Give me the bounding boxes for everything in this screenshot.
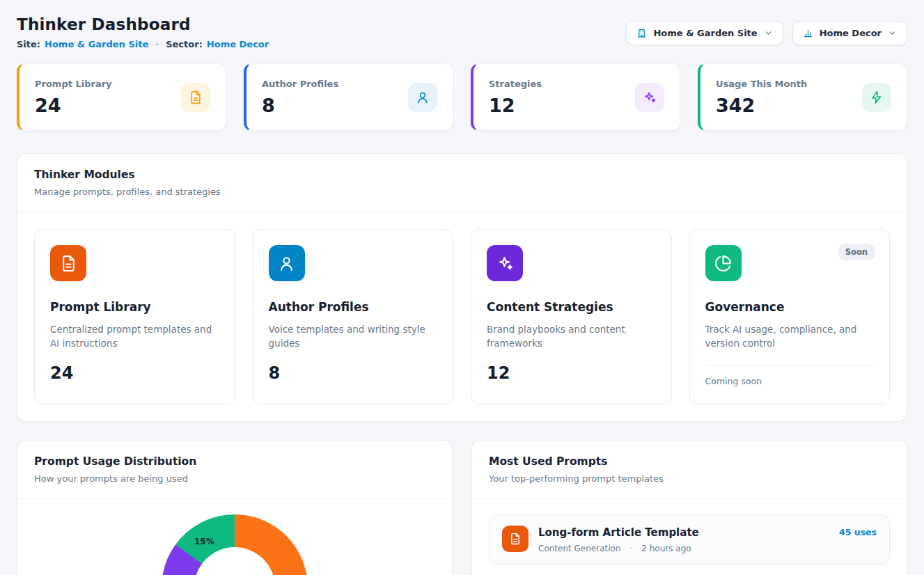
modules-title: Thinker Modules — [34, 168, 890, 181]
sector-selector-dropdown[interactable]: Home Decor — [792, 21, 907, 45]
stat-card-strategies: Strategies 12 — [471, 63, 680, 131]
module-title: Author Profiles — [269, 300, 438, 314]
prompt-subtitle: Content Generation · 2 hours ago — [538, 544, 699, 553]
building-icon — [636, 28, 647, 38]
site-label: Site: — [17, 39, 40, 49]
site-link[interactable]: Home & Garden Site — [45, 39, 148, 49]
module-count: 12 — [487, 363, 656, 383]
document-icon — [50, 245, 86, 281]
sector-selector-label: Home Decor — [820, 28, 882, 38]
stat-label: Strategies — [489, 79, 542, 89]
thinker-modules-section: Thinker Modules Manage prompts, profiles… — [17, 153, 907, 422]
separator-dot: · — [629, 544, 632, 553]
module-title: Governance — [705, 300, 875, 314]
module-card-author-profiles[interactable]: Author Profiles Voice templates and writ… — [253, 229, 454, 404]
module-card-governance[interactable]: Soon Governance Track AI usage, complian… — [689, 229, 891, 404]
prompt-meta: Long-form Article Template Content Gener… — [538, 526, 699, 553]
module-title: Prompt Library — [50, 300, 219, 314]
module-card-content-strategies[interactable]: Content Strategies Brand playbooks and c… — [471, 229, 672, 404]
user-icon — [408, 83, 437, 112]
most-used-subtitle: Your top-performing prompt templates — [489, 473, 890, 484]
stat-info: Usage This Month 342 — [716, 79, 807, 116]
prompt-time: 2 hours ago — [641, 544, 691, 553]
stat-card-author-profiles: Author Profiles 8 — [244, 63, 453, 131]
modules-subtitle: Manage prompts, profiles, and strategies — [34, 187, 890, 197]
sector-label: Sector: — [166, 39, 203, 49]
module-description: Track AI usage, compliance, and version … — [705, 322, 875, 351]
pie-chart-icon — [705, 245, 742, 281]
coming-soon-text: Coming soon — [705, 376, 875, 386]
chart-area: 15% — [17, 514, 452, 575]
breadcrumb: Site: Home & Garden Site · Sector: Home … — [17, 39, 269, 49]
stat-value: 8 — [262, 95, 338, 116]
modules-grid: Prompt Library Centralized prompt templa… — [17, 212, 907, 421]
document-icon — [502, 526, 528, 552]
module-description: Voice templates and writing style guides — [269, 322, 438, 351]
uses-badge: 45 uses — [839, 527, 877, 553]
document-icon — [181, 83, 210, 112]
list-item[interactable]: Long-form Article Template Content Gener… — [489, 514, 890, 565]
most-used-title: Most Used Prompts — [489, 455, 890, 468]
prompt-title: Long-form Article Template — [538, 526, 699, 539]
stat-info: Author Profiles 8 — [262, 79, 338, 116]
stats-row: Prompt Library 24 Author Profiles 8 Stra… — [17, 63, 907, 131]
sparkle-icon — [635, 83, 664, 112]
chevron-down-icon — [764, 29, 773, 38]
sector-link[interactable]: Home Decor — [207, 39, 269, 49]
bottom-row: Prompt Usage Distribution How your promp… — [17, 440, 907, 575]
donut-chart[interactable]: 15% — [162, 514, 308, 575]
page-title: Thinker Dashboard — [17, 15, 269, 33]
stat-info: Prompt Library 24 — [35, 79, 112, 116]
stat-label: Prompt Library — [35, 79, 112, 89]
usage-chart-subtitle: How your prompts are being used — [34, 473, 435, 484]
stat-card-usage: Usage This Month 342 — [698, 63, 907, 131]
divider — [705, 365, 875, 365]
dashboard-page: Thinker Dashboard Site: Home & Garden Si… — [0, 0, 924, 575]
header-controls: Home & Garden Site Home Decor — [626, 21, 907, 45]
prompt-usage-card: Prompt Usage Distribution How your promp… — [17, 440, 453, 575]
module-card-prompt-library[interactable]: Prompt Library Centralized prompt templa… — [34, 229, 235, 404]
bar-chart-icon — [803, 28, 813, 38]
user-icon — [269, 245, 305, 281]
site-selector-label: Home & Garden Site — [653, 28, 757, 38]
modules-header: Thinker Modules Manage prompts, profiles… — [17, 154, 907, 212]
soon-badge: Soon — [838, 244, 875, 260]
module-description: Brand playbooks and content frameworks — [487, 322, 656, 351]
lightning-icon — [862, 83, 891, 112]
usage-chart-title: Prompt Usage Distribution — [34, 455, 435, 468]
module-count: 24 — [50, 363, 219, 383]
chevron-down-icon — [888, 29, 897, 38]
stat-card-prompt-library: Prompt Library 24 — [17, 63, 226, 131]
prompt-category: Content Generation — [538, 544, 620, 553]
header: Thinker Dashboard Site: Home & Garden Si… — [17, 15, 907, 49]
site-selector-dropdown[interactable]: Home & Garden Site — [626, 21, 783, 45]
module-title: Content Strategies — [487, 300, 656, 314]
stat-label: Author Profiles — [262, 79, 338, 89]
stat-value: 12 — [489, 95, 542, 116]
stat-value: 342 — [716, 95, 807, 116]
header-left: Thinker Dashboard Site: Home & Garden Si… — [17, 15, 269, 49]
separator-dot: · — [155, 39, 159, 49]
segment-label: 15% — [194, 537, 214, 546]
stat-value: 24 — [35, 95, 112, 116]
module-count: 8 — [269, 363, 438, 383]
stat-label: Usage This Month — [716, 79, 807, 89]
most-used-header: Most Used Prompts Your top-performing pr… — [472, 441, 907, 499]
stat-info: Strategies 12 — [489, 79, 542, 116]
module-description: Centralized prompt templates and AI inst… — [50, 322, 219, 351]
usage-chart-header: Prompt Usage Distribution How your promp… — [17, 441, 452, 499]
sparkle-icon — [487, 245, 523, 281]
most-used-card: Most Used Prompts Your top-performing pr… — [471, 440, 907, 575]
